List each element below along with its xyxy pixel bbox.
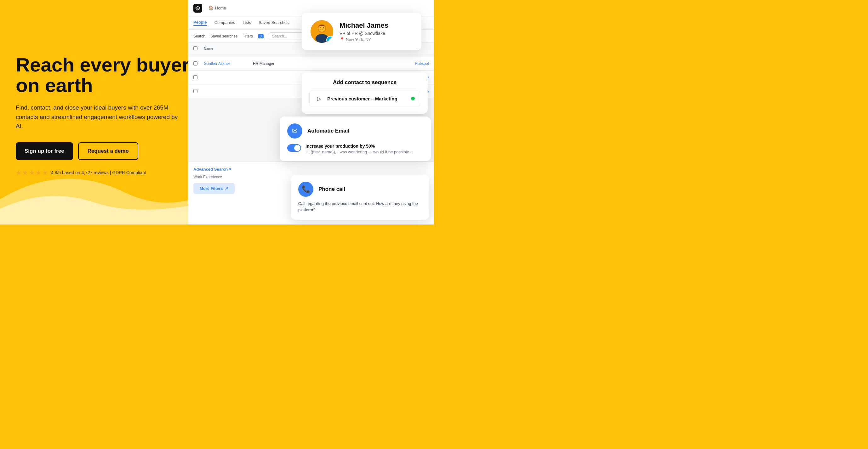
profile-title: VP of HR @ Snowflake bbox=[340, 31, 412, 36]
row-name-1[interactable]: Gunther Ackner bbox=[204, 61, 248, 66]
tab-lists[interactable]: Lists bbox=[243, 20, 251, 26]
profile-name: Michael James bbox=[340, 22, 412, 30]
location-icon: 📍 bbox=[340, 37, 345, 42]
snowflake-badge: ❄ bbox=[326, 36, 333, 43]
tab-companies[interactable]: Companies bbox=[215, 20, 235, 26]
nav-home-label: Home bbox=[215, 6, 226, 10]
row-company-1: Hubspot bbox=[415, 61, 429, 66]
app-logo bbox=[193, 4, 202, 12]
email-header-row: ✉ Automatic Email bbox=[287, 123, 423, 138]
sequence-title: Add contact to sequence bbox=[309, 79, 420, 86]
row-checkbox-2[interactable] bbox=[193, 75, 197, 79]
sequence-name: Previous customer – Marketing bbox=[327, 96, 407, 101]
rating-text: 4.8/5 based on 4,727 reviews | GDPR Comp… bbox=[51, 170, 146, 175]
demo-button[interactable]: Request a demo bbox=[78, 142, 138, 160]
phone-icon: 📞 bbox=[298, 182, 313, 197]
more-filters-label: More Filters bbox=[200, 186, 223, 191]
hero-subtext: Find, contact, and close your ideal buye… bbox=[16, 103, 180, 131]
hero-section: Reach every buyer on earth Find, contact… bbox=[0, 0, 214, 224]
email-icon: ✉ bbox=[287, 123, 302, 138]
search-label: Search bbox=[193, 34, 205, 38]
social-proof: ★ ★ ★ ★ ★ 4.8/5 based on 4,727 reviews |… bbox=[16, 169, 198, 176]
signup-button[interactable]: Sign up for free bbox=[16, 142, 73, 160]
more-filters-button[interactable]: More Filters ↗ bbox=[193, 183, 235, 194]
hero-buttons: Sign up for free Request a demo bbox=[16, 142, 198, 160]
advanced-search-text: Advanced Search bbox=[193, 167, 228, 171]
select-all-checkbox[interactable] bbox=[193, 46, 197, 51]
profile-card: ❄ Michael James VP of HR @ Snowflake 📍 N… bbox=[302, 12, 422, 51]
hero-heading: Reach every buyer on earth bbox=[16, 55, 198, 95]
location-text: New York, NY bbox=[346, 37, 371, 42]
phone-card: 📞 Phone call Call regarding the previous… bbox=[291, 175, 429, 220]
email-label: Automatic Email bbox=[307, 128, 349, 134]
sequence-status-dot bbox=[411, 97, 415, 100]
tab-people[interactable]: People bbox=[193, 20, 207, 26]
row-title-1: HR Manager bbox=[253, 61, 297, 66]
table-row: Gunther Ackner HR Manager Hubspot bbox=[188, 57, 434, 70]
row-checkbox-3[interactable] bbox=[193, 89, 197, 93]
phone-header-row: 📞 Phone call bbox=[298, 182, 422, 197]
star-rating: ★ ★ ★ ★ ★ bbox=[16, 169, 48, 176]
avatar: ❄ bbox=[311, 20, 333, 43]
email-content: Increase your production by 50% Hi {{fir… bbox=[306, 143, 412, 154]
search-placeholder: Search... bbox=[272, 34, 287, 38]
tab-saved-searches[interactable]: Saved Searches bbox=[258, 20, 288, 26]
star-2: ★ bbox=[22, 169, 28, 176]
star-1: ★ bbox=[16, 169, 22, 176]
sequence-card: Add contact to sequence ▷ Previous custo… bbox=[302, 72, 428, 114]
filters-label: Filters bbox=[243, 34, 253, 38]
phone-description: Call regarding the previous email sent o… bbox=[298, 200, 422, 213]
profile-info: Michael James VP of HR @ Snowflake 📍 New… bbox=[340, 22, 412, 42]
email-subject: Increase your production by 50% bbox=[306, 143, 412, 149]
email-card: ✉ Automatic Email Increase your producti… bbox=[280, 117, 431, 161]
sequence-item[interactable]: ▷ Previous customer – Marketing bbox=[309, 90, 420, 107]
sequence-play-icon: ▷ bbox=[315, 94, 323, 103]
advanced-search-label[interactable]: Advanced Search ▾ bbox=[193, 167, 429, 171]
external-link-icon: ↗ bbox=[225, 186, 228, 191]
chevron-down-icon: ▾ bbox=[229, 167, 231, 171]
nav-home[interactable]: 🏠 Home bbox=[209, 6, 226, 10]
svg-point-5 bbox=[323, 27, 324, 28]
email-body-preview: Hi {{first_name}}, I was wondering — wou… bbox=[306, 150, 412, 154]
svg-point-4 bbox=[320, 27, 321, 28]
star-5: ★ bbox=[42, 169, 48, 176]
profile-location: 📍 New York, NY bbox=[340, 37, 412, 42]
star-4: ★ bbox=[36, 169, 41, 176]
home-icon: 🏠 bbox=[209, 6, 214, 10]
saved-searches-label: Saved searches bbox=[210, 34, 238, 38]
email-toggle[interactable] bbox=[287, 144, 301, 152]
phone-label: Phone call bbox=[318, 186, 345, 192]
row-checkbox-1[interactable] bbox=[193, 61, 197, 65]
filters-count: 3 bbox=[258, 34, 264, 38]
star-3: ★ bbox=[29, 169, 35, 176]
toggle-knob bbox=[294, 145, 301, 151]
email-toggle-row: Increase your production by 50% Hi {{fir… bbox=[287, 143, 423, 154]
